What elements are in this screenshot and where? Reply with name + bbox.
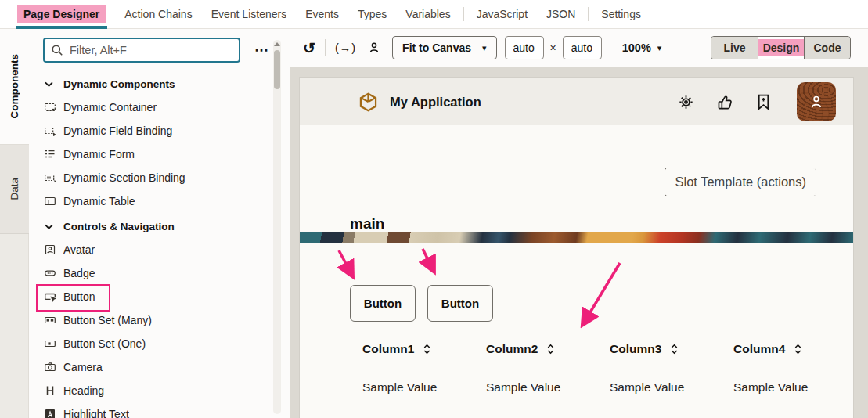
side-tab-components[interactable]: Components [0,29,29,145]
heading-icon [43,384,56,397]
filter-input[interactable] [70,44,218,56]
canvas-size-dropdown[interactable]: Fit to Canvas ▾ [392,36,496,59]
sort-icon[interactable] [670,343,679,355]
palette-item-dynamic-field-binding[interactable]: Dynamic Field Binding [29,119,290,142]
table-header-row: Column1 Column2 Column3 Column4 [348,333,843,366]
dimension-times-label: × [550,41,556,54]
tab-divider [588,7,589,21]
palette-item-button[interactable]: Button [29,285,290,308]
dynamic-table-icon [43,195,56,207]
zoom-dropdown[interactable]: 100% ▾ [622,41,662,54]
palette-item-dynamic-table[interactable]: Dynamic Table [29,189,290,213]
tab-divider [463,7,464,21]
palette-item-camera[interactable]: Camera [29,355,290,379]
tab-types[interactable]: Types [348,0,396,29]
palette-item-badge[interactable]: Badge [29,261,290,285]
button-set-one-icon [43,337,56,350]
scrollbar-thumb[interactable] [274,50,280,89]
table-cell: Sample Value [348,380,472,395]
table-cell: Sample Value [472,380,596,395]
badge-icon [43,267,56,279]
app-title: My Application [390,95,481,110]
column-header-3[interactable]: Column3 [596,342,719,356]
palette-side-strip: Components Data [0,29,29,418]
bookmark-plus-icon[interactable] [755,93,772,111]
refresh-icon[interactable]: ↻ [303,39,315,57]
app-header-bar: My Application [300,78,853,125]
sort-icon[interactable] [423,343,431,355]
chevron-down-icon: ▾ [482,43,487,53]
palette-item-dynamic-form[interactable]: Dynamic Form [29,142,290,166]
tab-events[interactable]: Events [296,0,348,29]
palette-list: Dynamic Components Dynamic Container Dyn… [29,63,290,418]
section-dynamic-components[interactable]: Dynamic Components [29,72,290,95]
button-set-many-icon [43,314,56,326]
view-mode-switcher: Live Design Code [711,36,851,59]
palette-item-dynamic-container[interactable]: Dynamic Container [29,95,290,119]
highlight-text-icon [43,408,56,418]
side-tab-data[interactable]: Data [0,145,29,234]
dynamic-form-icon [43,148,56,160]
table-cell: Sample Value [596,380,719,395]
insert-cursor-icon[interactable]: (→) [335,41,356,54]
user-mode-icon[interactable] [367,41,381,55]
sort-icon[interactable] [546,343,555,355]
tab-event-listeners[interactable]: Event Listeners [202,0,297,29]
toolbar-divider [325,39,326,56]
canvas-data-table: Column1 Column2 Column3 Column4 [348,333,843,409]
canvas-width-input[interactable] [505,36,544,59]
chevron-down-icon: ▾ [657,43,662,53]
avatar-icon [43,243,56,256]
camera-icon [43,361,56,373]
palette-scrollbar[interactable] [273,40,281,414]
user-avatar[interactable] [797,82,836,121]
page-heading: main [350,215,384,232]
palette-item-avatar[interactable]: Avatar [29,238,290,261]
components-palette: ⋯ Dynamic Components Dynamic Container D… [29,29,290,418]
search-icon [51,44,63,56]
tab-variables[interactable]: Variables [396,0,459,29]
design-canvas: My Application main [290,67,868,418]
canvas-button-1[interactable]: Button [350,285,416,322]
designer-tab-bar: Page Designer Action Chains Event Listen… [0,0,868,29]
thumbs-up-icon[interactable] [716,93,734,111]
slot-template-actions[interactable]: Slot Template (actions) [665,168,816,196]
mode-design-button[interactable]: Design [758,37,804,59]
app-logo-icon [358,92,379,113]
canvas-height-input[interactable] [563,36,602,59]
page-main-section: main Slot Template (actions) [300,125,853,232]
tab-action-chains[interactable]: Action Chains [115,0,201,29]
dynamic-field-binding-icon [43,124,56,137]
sort-icon[interactable] [794,343,802,355]
dynamic-container-icon [43,101,56,114]
mode-live-button[interactable]: Live [711,37,758,59]
column-header-2[interactable]: Column2 [472,342,596,356]
canvas-button-row: Button Button [300,243,853,322]
palette-item-dynamic-section-binding[interactable]: Dynamic Section Binding [29,166,290,189]
palette-item-highlight-text[interactable]: Highlight Text [29,402,290,418]
palette-item-heading[interactable]: Heading [29,379,290,402]
gear-icon[interactable] [677,93,695,111]
palette-overflow-menu-icon[interactable]: ⋯ [254,41,270,59]
palette-item-button-set-one[interactable]: Button Set (One) [29,332,290,355]
table-row[interactable]: Sample Value Sample Value Sample Value S… [348,366,843,409]
chevron-down-icon [45,224,53,229]
mode-code-button[interactable]: Code [804,37,850,59]
palette-item-button-set-many[interactable]: Button Set (Many) [29,308,290,332]
design-work-area: ↻ (→) Fit to Canvas ▾ × 100% ▾ Live Desi… [290,29,868,418]
decorative-banner-image [300,232,853,243]
tab-settings[interactable]: Settings [592,0,650,29]
tab-page-designer[interactable]: Page Designer [8,0,115,29]
app-page-preview[interactable]: My Application main [300,78,853,418]
button-icon [43,290,56,303]
tab-json[interactable]: JSON [537,0,585,29]
table-cell: Sample Value [719,380,843,395]
scroll-up-arrow-icon[interactable] [274,42,280,46]
chevron-down-icon [45,81,53,87]
tab-javascript[interactable]: JavaScript [467,0,537,29]
column-header-4[interactable]: Column4 [719,342,843,356]
dynamic-section-binding-icon [43,171,56,184]
column-header-1[interactable]: Column1 [348,342,472,356]
canvas-button-2[interactable]: Button [427,285,493,322]
section-controls-navigation[interactable]: Controls & Navigation [29,214,290,238]
